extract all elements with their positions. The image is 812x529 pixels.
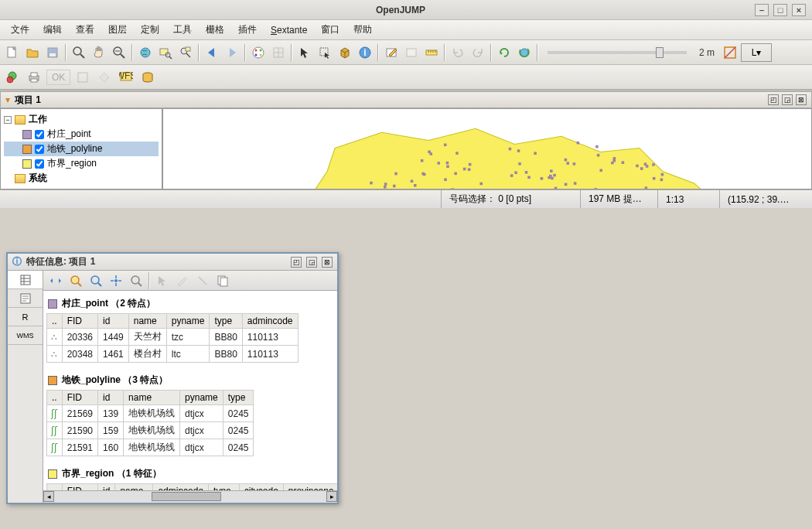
nav-back-icon[interactable] [203, 43, 221, 62]
menu-help[interactable]: 帮助 [347, 22, 378, 38]
col-header[interactable]: .. [47, 391, 63, 405]
tool-b-icon[interactable] [95, 68, 114, 87]
scroll-right-icon[interactable]: ▸ [326, 491, 337, 502]
table-row[interactable]: ∴203361449天竺村tzcBB80110113 [47, 329, 299, 346]
layer-item-point[interactable]: 村庄_point [4, 127, 159, 142]
collapse-icon[interactable]: − [4, 116, 12, 124]
menu-raster[interactable]: 栅格 [200, 22, 230, 38]
map-canvas[interactable] [162, 108, 812, 189]
col-header[interactable]: name [128, 314, 166, 329]
feature-info-window[interactable]: ⓘ 特征信息: 项目 1 ◰ ◲ ⊠ R WMS 村庄 [6, 252, 339, 504]
zoom-layer-icon[interactable] [176, 43, 195, 62]
grid-icon[interactable] [269, 43, 288, 62]
col-header[interactable]: FID [62, 314, 97, 329]
infowin-close-icon[interactable]: ⊠ [322, 257, 333, 268]
layer-visibility-checkbox[interactable] [35, 130, 44, 139]
col-header[interactable]: admincode [242, 314, 298, 329]
menu-file[interactable]: 文件 [5, 22, 36, 38]
col-header[interactable]: type [209, 484, 240, 491]
iw-edit-icon[interactable] [173, 271, 192, 290]
info-icon[interactable]: i [356, 43, 374, 62]
style-palette-icon[interactable] [249, 43, 268, 62]
col-header[interactable]: FID [62, 484, 97, 491]
menu-edit[interactable]: 编辑 [37, 22, 68, 38]
open-folder-icon[interactable] [23, 43, 42, 62]
select-cursor-icon[interactable] [295, 43, 314, 62]
col-header[interactable]: pyname [180, 391, 223, 405]
layer-item-polyline[interactable]: 地铁_polyline [4, 142, 159, 156]
iw-pan-selection-icon[interactable] [46, 271, 65, 290]
edit-geometry-icon[interactable] [402, 43, 421, 62]
measure-icon[interactable] [721, 43, 739, 62]
col-header[interactable]: provincena [283, 484, 337, 491]
col-header[interactable]: pyname [166, 314, 210, 329]
menu-layer[interactable]: 图层 [102, 22, 133, 38]
zoom-in-icon[interactable] [70, 43, 88, 62]
iw-select-icon[interactable] [107, 271, 125, 290]
ruler-dropdown[interactable]: L ▾ [741, 43, 772, 62]
wfs-icon[interactable]: WFS [117, 68, 135, 87]
iw-delete-icon[interactable] [193, 271, 212, 290]
col-header[interactable]: type [210, 314, 242, 329]
layer-item-region[interactable]: 市界_region [4, 156, 159, 171]
menu-plugins[interactable]: 插件 [232, 22, 263, 38]
col-header[interactable]: citycode [239, 484, 283, 491]
table-row[interactable]: ʃʃ21569139地铁机场线dtjcx0245 [47, 405, 254, 422]
print-icon[interactable] [25, 68, 43, 87]
table-row[interactable]: ∴203481461楼台村ltcBB80110113 [47, 346, 299, 363]
world-layers-icon[interactable] [3, 68, 22, 87]
zoom-full-globe-icon[interactable] [136, 43, 155, 62]
box-3d-icon[interactable] [336, 43, 354, 62]
select-rect-icon[interactable] [316, 43, 334, 62]
iw-zoom-full-icon[interactable] [87, 271, 105, 290]
scale-slider[interactable] [548, 51, 687, 54]
ruler-icon[interactable] [422, 43, 441, 62]
tree-group-system[interactable]: 系统 [4, 171, 159, 186]
col-header[interactable]: FID [62, 391, 97, 405]
project-maximize-icon[interactable]: ◲ [782, 94, 793, 105]
zoom-out-icon[interactable] [110, 43, 128, 62]
tool-a-icon[interactable] [73, 68, 92, 87]
pan-hand-icon[interactable] [90, 43, 108, 62]
menu-view[interactable]: 查看 [70, 22, 101, 38]
col-header[interactable]: .. [47, 314, 63, 329]
iw-copy-icon[interactable] [213, 271, 232, 290]
col-header[interactable]: .. [47, 484, 63, 491]
iw-zoom-selection-icon[interactable] [67, 271, 85, 290]
menu-sextante[interactable]: Sextante [264, 23, 313, 37]
infowin-hscrollbar[interactable]: ◂ ▸ [43, 490, 337, 503]
layer-visibility-checkbox[interactable] [35, 145, 44, 154]
new-file-icon[interactable] [3, 43, 22, 62]
close-button[interactable]: × [792, 4, 806, 16]
scroll-left-icon[interactable]: ◂ [43, 491, 54, 502]
world-refresh-icon[interactable] [515, 43, 534, 62]
edit-pencil-icon[interactable] [382, 43, 401, 62]
iw-cursor-icon[interactable] [153, 271, 172, 290]
col-header[interactable]: id [98, 314, 129, 329]
col-header[interactable]: id [98, 391, 124, 405]
col-header[interactable]: name [115, 484, 153, 491]
project-close-icon[interactable]: ⊠ [796, 94, 807, 105]
zoom-selection-icon[interactable] [156, 43, 175, 62]
iw-flash-icon[interactable] [127, 271, 145, 290]
minimize-button[interactable]: – [755, 4, 769, 16]
infowin-maximize-icon[interactable]: ◲ [306, 257, 317, 268]
menu-custom[interactable]: 定制 [135, 22, 165, 38]
project-tab[interactable]: ▾ 项目 1 ◰ ◲ ⊠ [0, 91, 812, 108]
col-header[interactable]: type [223, 391, 254, 405]
scroll-thumb[interactable] [152, 492, 221, 501]
refresh-icon[interactable] [495, 43, 513, 62]
sidetab-html[interactable] [8, 289, 43, 308]
table-row[interactable]: ʃʃ21591160地铁机场线dtjcx0245 [47, 439, 254, 456]
menu-window[interactable]: 窗口 [315, 22, 346, 38]
infowin-minimize-icon[interactable]: ◰ [291, 257, 302, 268]
nav-forward-icon[interactable] [223, 43, 241, 62]
ok-button[interactable]: OK [46, 70, 70, 85]
layer-visibility-checkbox[interactable] [35, 159, 44, 169]
menu-tools[interactable]: 工具 [167, 22, 198, 38]
table-row[interactable]: ʃʃ21590159地铁机场线dtjcx0245 [47, 422, 254, 439]
sidetab-wms[interactable]: WMS [8, 326, 43, 345]
sidetab-table[interactable] [8, 271, 43, 289]
save-icon[interactable] [43, 43, 62, 62]
tree-group-work[interactable]: − 工作 [4, 112, 159, 127]
